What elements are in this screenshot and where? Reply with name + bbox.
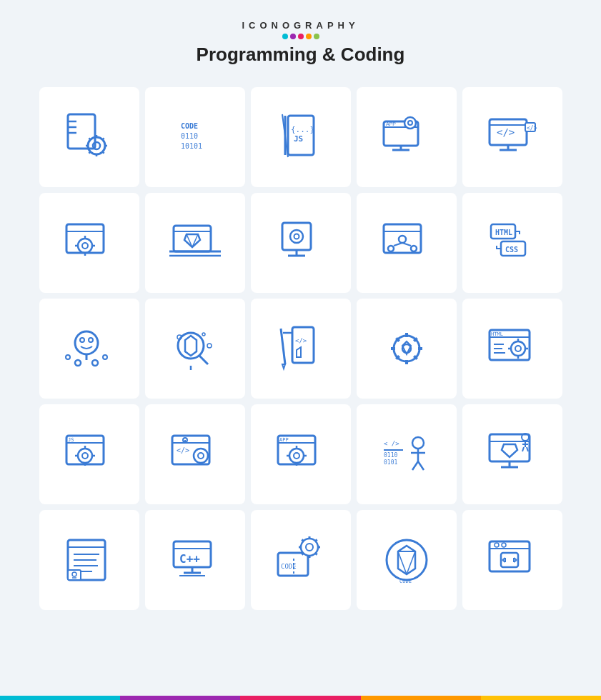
svg-text:</>: </> xyxy=(497,126,515,138)
footer-line-cyan xyxy=(0,696,120,700)
footer-line-purple xyxy=(120,696,240,700)
icon-html-settings-browser[interactable]: HTML xyxy=(462,299,562,399)
svg-point-106 xyxy=(511,341,525,356)
svg-text:HTML: HTML xyxy=(491,331,503,337)
svg-rect-57 xyxy=(384,224,421,253)
svg-point-81 xyxy=(207,344,212,348)
svg-point-69 xyxy=(80,338,84,342)
svg-text:APP: APP xyxy=(279,437,289,443)
svg-point-54 xyxy=(294,234,299,239)
dot-pink xyxy=(298,34,304,39)
icon-code-gear-settings[interactable]: </> xyxy=(145,404,245,504)
dot-orange xyxy=(306,34,312,39)
svg-text:0101: 0101 xyxy=(384,459,397,466)
svg-text:</>: </> xyxy=(295,337,307,344)
svg-point-116 xyxy=(82,453,88,459)
svg-point-68 xyxy=(75,331,98,354)
svg-line-145 xyxy=(418,461,424,470)
svg-point-25 xyxy=(404,117,416,129)
icon-browser-settings[interactable] xyxy=(39,193,139,293)
svg-marker-48 xyxy=(184,234,200,247)
svg-point-80 xyxy=(202,333,205,336)
icon-gear-diamond[interactable] xyxy=(357,299,457,399)
svg-line-63 xyxy=(402,243,411,246)
svg-point-124 xyxy=(194,449,208,463)
svg-line-62 xyxy=(394,243,402,246)
svg-text:HTML: HTML xyxy=(495,229,512,236)
svg-text:C++: C++ xyxy=(179,552,200,566)
svg-point-132 xyxy=(294,453,299,459)
dot-cyan xyxy=(282,34,288,39)
icon-js-settings-browser[interactable]: JS xyxy=(39,404,139,504)
svg-point-53 xyxy=(290,230,303,243)
icon-code-monitor[interactable]: </> </> xyxy=(462,87,562,187)
svg-line-182 xyxy=(302,553,303,554)
svg-text:JS: JS xyxy=(294,134,303,144)
dot-green xyxy=(314,34,319,39)
svg-point-107 xyxy=(515,346,521,351)
svg-rect-162 xyxy=(68,570,81,580)
color-dots xyxy=(197,34,405,39)
svg-point-193 xyxy=(502,543,506,547)
svg-marker-88 xyxy=(282,364,285,369)
svg-point-73 xyxy=(92,360,98,366)
svg-line-181 xyxy=(315,539,317,541)
svg-marker-77 xyxy=(185,336,197,356)
icon-diamond-search[interactable] xyxy=(145,299,245,399)
footer-line-pink xyxy=(240,696,360,700)
svg-text:JS: JS xyxy=(68,437,74,443)
svg-point-125 xyxy=(198,453,204,459)
svg-line-155 xyxy=(527,447,528,451)
svg-point-131 xyxy=(289,449,304,463)
icon-app-settings[interactable]: APP xyxy=(357,87,457,187)
icon-browser-bracket[interactable] xyxy=(462,510,562,610)
svg-point-38 xyxy=(78,239,92,253)
footer-line-yellow xyxy=(481,696,601,700)
svg-marker-185 xyxy=(398,546,415,574)
icon-diamond-code-badge[interactable]: CODE xyxy=(357,510,457,610)
svg-point-39 xyxy=(82,243,88,249)
svg-point-115 xyxy=(78,449,92,463)
svg-marker-148 xyxy=(502,444,517,457)
icon-network-browser[interactable] xyxy=(357,193,457,293)
icon-code-binary[interactable]: CODE 0110 10101 xyxy=(145,87,245,187)
svg-point-60 xyxy=(388,246,394,251)
svg-text:APP: APP xyxy=(386,121,396,126)
footer-lines xyxy=(0,696,601,700)
icon-webpage-certificate[interactable] xyxy=(39,510,139,610)
icon-robot-search[interactable] xyxy=(39,299,139,399)
brand-name: ICONOGRAPHY xyxy=(197,20,405,31)
svg-line-179 xyxy=(302,539,303,541)
svg-text:</>: </> xyxy=(527,125,537,131)
icon-pencil-code[interactable]: </> xyxy=(251,299,351,399)
footer-line-orange xyxy=(361,696,481,700)
icon-code-box-gear[interactable]: CODE xyxy=(251,510,351,610)
svg-point-75 xyxy=(103,355,107,359)
svg-point-59 xyxy=(399,236,406,243)
page-header: ICONOGRAPHY Programming & Coding xyxy=(197,0,405,73)
svg-text:CODE: CODE xyxy=(181,122,198,130)
svg-line-78 xyxy=(199,356,208,364)
svg-text:0110: 0110 xyxy=(384,452,397,459)
icon-js-book[interactable]: JS {...} xyxy=(251,87,351,187)
svg-text:10101: 10101 xyxy=(181,142,202,150)
icon-diamond-developer-monitor[interactable] xyxy=(462,404,562,504)
icon-book-gear-stand[interactable] xyxy=(251,193,351,293)
icon-grid: CODE 0110 10101 JS {...} APP xyxy=(39,87,562,610)
icon-cpp-monitor[interactable]: C++ xyxy=(145,510,245,610)
svg-text:0110: 0110 xyxy=(181,132,198,140)
svg-line-180 xyxy=(315,553,317,554)
icon-html-css[interactable]: HTML CSS xyxy=(462,193,562,293)
dot-purple xyxy=(290,34,296,39)
icon-app-gear-browser[interactable]: APP xyxy=(251,404,351,504)
icon-file-gear[interactable] xyxy=(39,87,139,187)
svg-text:{...}: {...} xyxy=(291,125,314,134)
svg-line-144 xyxy=(412,461,418,470)
svg-rect-0 xyxy=(68,114,95,149)
svg-point-70 xyxy=(89,338,93,342)
icon-laptop-diamond[interactable] xyxy=(145,193,245,293)
icon-binary-person[interactable]: < /> 0110 0101 xyxy=(357,404,457,504)
svg-rect-83 xyxy=(292,327,314,363)
svg-text:CODE: CODE xyxy=(399,579,412,584)
svg-point-61 xyxy=(411,246,417,251)
